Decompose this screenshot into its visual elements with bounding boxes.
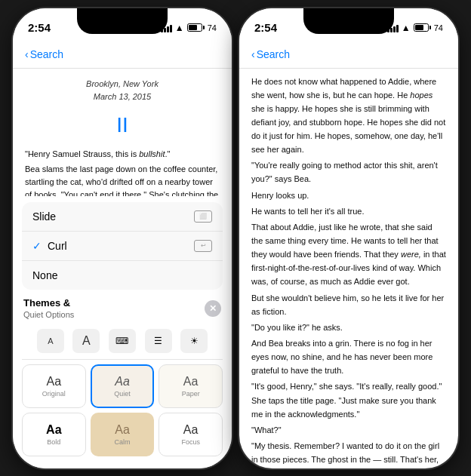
battery-label-left: 74 bbox=[208, 23, 217, 32]
status-bar-left: 2:54 ▲ 74 bbox=[13, 8, 232, 41]
transition-none-label: None bbox=[32, 269, 57, 281]
overlay-panel: Slide ⬜ ✓ Curl ↩ None bbox=[13, 196, 232, 468]
status-icons-right: ▲ 74 bbox=[387, 23, 443, 33]
themes-header: Themes & Quiet Options ✕ bbox=[13, 293, 232, 323]
themes-label: Themes & bbox=[23, 297, 70, 309]
right-para-1: He does not know what happened to Addie,… bbox=[251, 75, 446, 157]
battery-icon-left bbox=[187, 23, 205, 32]
font-family-button[interactable]: ⌨ bbox=[109, 329, 136, 353]
theme-calm-card[interactable]: Aa Calm bbox=[91, 413, 155, 456]
theme-paper-card[interactable]: Aa Paper bbox=[159, 364, 223, 408]
time-right: 2:54 bbox=[254, 21, 277, 34]
transition-curl-label: Curl bbox=[48, 240, 67, 252]
back-label-left: Search bbox=[30, 48, 63, 60]
wifi-icon-right: ▲ bbox=[402, 23, 411, 33]
right-para-9: "It's good, Henry," she says. "It's real… bbox=[251, 379, 446, 420]
transition-slide-label: Slide bbox=[32, 210, 56, 223]
theme-original-card[interactable]: Aa Original bbox=[22, 364, 86, 408]
right-para-6: But she wouldn't believe him, so he lets… bbox=[251, 291, 446, 318]
curl-icon: ↩ bbox=[194, 240, 212, 252]
transition-curl-item[interactable]: ✓ Curl ↩ bbox=[22, 232, 223, 261]
theme-focus-card[interactable]: Aa Focus bbox=[159, 413, 223, 456]
theme-quiet-label: Quiet bbox=[114, 390, 131, 398]
right-para-11: "My thesis. Remember? I wanted to do it … bbox=[251, 439, 446, 468]
nav-bar-left: ‹ Search bbox=[13, 41, 232, 69]
status-icons-left: ▲ 74 bbox=[161, 23, 217, 33]
font-controls: A A ⌨ ☰ ☀ bbox=[22, 323, 223, 360]
layout-button[interactable]: ☰ bbox=[145, 329, 172, 353]
wifi-icon-left: ▲ bbox=[175, 23, 184, 33]
font-decrease-button[interactable]: A bbox=[37, 329, 64, 353]
chevron-left-icon: ‹ bbox=[25, 48, 29, 60]
transition-menu: Slide ⬜ ✓ Curl ↩ None bbox=[22, 202, 223, 290]
transition-slide-item[interactable]: Slide ⬜ bbox=[22, 202, 223, 232]
back-label-right: Search bbox=[257, 48, 290, 60]
themes-header-left: Themes & Quiet Options bbox=[23, 297, 74, 320]
theme-quiet-preview: Aa bbox=[115, 375, 130, 388]
right-para-3: Henry looks up. bbox=[251, 189, 446, 202]
phone-right: 2:54 ▲ 74 ‹ bbox=[239, 8, 458, 468]
book-para-1: "Henry Samuel Strauss, this is bullshit.… bbox=[25, 148, 220, 161]
themes-grid: Aa Original Aa Quiet Aa Paper Aa Bold Aa bbox=[13, 360, 232, 462]
right-para-4: He wants to tell her it's all true. bbox=[251, 204, 446, 218]
theme-original-preview: Aa bbox=[47, 375, 62, 388]
theme-focus-preview: Aa bbox=[183, 423, 199, 437]
right-para-5: That about Addie, just like he wrote, th… bbox=[251, 220, 446, 289]
theme-bold-preview: Aa bbox=[46, 423, 61, 437]
time-left: 2:54 bbox=[28, 21, 51, 34]
quiet-options-label: Quiet Options bbox=[23, 310, 74, 319]
notch-right bbox=[303, 8, 394, 34]
chevron-left-icon-right: ‹ bbox=[251, 48, 255, 60]
theme-calm-label: Calm bbox=[114, 438, 130, 446]
notch-left bbox=[77, 8, 168, 34]
brightness-button[interactable]: ☀ bbox=[180, 329, 208, 353]
right-para-10: "What?" bbox=[251, 423, 446, 437]
font-increase-button[interactable]: A bbox=[72, 329, 100, 353]
status-bar-right: 2:54 ▲ 74 bbox=[239, 8, 458, 41]
right-para-2: "You're really going to method actor thi… bbox=[251, 158, 446, 186]
theme-paper-label: Paper bbox=[182, 390, 200, 398]
nav-bar-right: ‹ Search bbox=[239, 41, 458, 69]
back-button-right[interactable]: ‹ Search bbox=[251, 48, 290, 60]
theme-focus-label: Focus bbox=[181, 438, 200, 446]
checkmark-icon: ✓ bbox=[32, 240, 42, 252]
theme-quiet-card[interactable]: Aa Quiet bbox=[91, 364, 155, 408]
back-button-left[interactable]: ‹ Search bbox=[25, 48, 63, 60]
battery-icon-right bbox=[414, 23, 431, 32]
close-button[interactable]: ✕ bbox=[205, 300, 221, 317]
theme-bold-label: Bold bbox=[47, 438, 60, 446]
theme-paper-preview: Aa bbox=[183, 375, 199, 388]
battery-label-right: 74 bbox=[434, 23, 443, 32]
theme-bold-card[interactable]: Aa Bold bbox=[22, 413, 86, 456]
phones-container: 2:54 ▲ 74 ‹ bbox=[13, 8, 458, 468]
theme-calm-preview: Aa bbox=[115, 423, 130, 437]
phone-left: 2:54 ▲ 74 ‹ bbox=[13, 8, 232, 468]
right-book-content: He does not know what happened to Addie,… bbox=[239, 69, 458, 468]
theme-original-label: Original bbox=[42, 390, 66, 398]
right-para-7: "Do you like it?" he asks. bbox=[251, 321, 446, 334]
chapter-number: II bbox=[25, 109, 220, 143]
slide-icon: ⬜ bbox=[194, 210, 212, 223]
transition-none-item[interactable]: None bbox=[22, 261, 223, 290]
book-location: Brooklyn, New York March 13, 2015 bbox=[25, 78, 220, 104]
right-para-8: And Bea breaks into a grin. There is no … bbox=[251, 336, 446, 377]
